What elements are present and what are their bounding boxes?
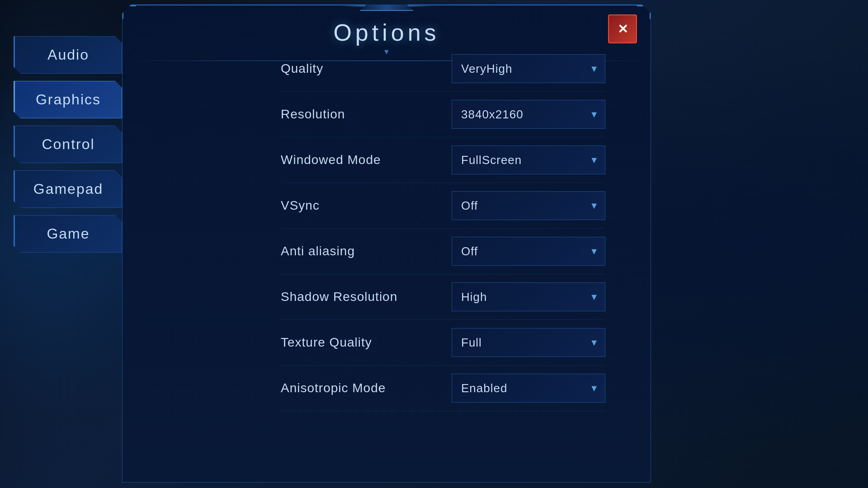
resolution-dropdown: 3840x2160 868x488 2560x1440 ▼ — [452, 100, 605, 129]
anti-aliasing-select[interactable]: Off FXAA TAA MSAA — [452, 237, 605, 266]
quality-select[interactable]: VeryHigh Low Medium High Ultra — [452, 54, 605, 83]
sidebar: Audio Graphics Control Gamepad Game — [14, 36, 131, 260]
anti-aliasing-label: Anti aliasing — [281, 244, 416, 258]
quality-label: Quality — [281, 61, 416, 76]
anisotropic-mode-dropdown: Enabled Disabled ▼ — [452, 374, 605, 403]
setting-row-quality: Quality VeryHigh Low Medium High Ultra ▼ — [281, 46, 605, 92]
close-button[interactable]: ✕ — [608, 14, 637, 43]
texture-quality-select[interactable]: Full Half Ultra — [452, 328, 605, 357]
sidebar-item-gamepad[interactable]: Gamepad — [14, 170, 122, 208]
texture-quality-label: Texture Quality — [281, 335, 416, 350]
windowed-mode-dropdown: FullScreen Windowed Borderless ▼ — [452, 145, 605, 174]
windowed-mode-label: Windowed Mode — [281, 153, 416, 167]
vsync-dropdown: Off On ▼ — [452, 191, 605, 220]
sidebar-item-graphics[interactable]: Graphics — [14, 81, 122, 118]
setting-row-anti-aliasing: Anti aliasing Off FXAA TAA MSAA ▼ — [281, 229, 605, 274]
sidebar-item-audio[interactable]: Audio — [14, 36, 122, 74]
setting-row-anisotropic-mode: Anisotropic Mode Enabled Disabled ▼ — [281, 366, 605, 411]
dialog-title: Options — [123, 19, 651, 46]
setting-row-vsync: VSync Off On ▼ — [281, 183, 605, 229]
sidebar-item-control[interactable]: Control — [14, 126, 122, 163]
setting-row-texture-quality: Texture Quality Full Half Ultra ▼ — [281, 320, 605, 366]
resolution-select[interactable]: 3840x2160 868x488 2560x1440 — [452, 100, 605, 129]
settings-content: Quality VeryHigh Low Medium High Ultra ▼… — [254, 46, 632, 464]
shadow-resolution-select[interactable]: High Low Medium Ultra — [452, 282, 605, 311]
shadow-resolution-dropdown: High Low Medium Ultra ▼ — [452, 282, 605, 311]
windowed-mode-select[interactable]: FullScreen Windowed Borderless — [452, 145, 605, 174]
vsync-label: VSync — [281, 198, 416, 213]
texture-quality-dropdown: Full Half Ultra ▼ — [452, 328, 605, 357]
setting-row-resolution: Resolution 3840x2160 868x488 2560x1440… — [281, 92, 605, 137]
anisotropic-mode-label: Anisotropic Mode — [281, 381, 416, 395]
options-dialog: Options ▼ ✕ Quality VeryHigh Low Medium … — [122, 5, 651, 483]
shadow-resolution-label: Shadow Resolution — [281, 290, 416, 304]
anisotropic-mode-select[interactable]: Enabled Disabled — [452, 374, 605, 403]
anti-aliasing-dropdown: Off FXAA TAA MSAA ▼ — [452, 237, 605, 266]
quality-dropdown: VeryHigh Low Medium High Ultra ▼ — [452, 54, 605, 83]
setting-row-shadow-resolution: Shadow Resolution High Low Medium Ultra … — [281, 274, 605, 320]
vsync-select[interactable]: Off On — [452, 191, 605, 220]
sidebar-item-game[interactable]: Game — [14, 215, 122, 253]
setting-row-windowed-mode: Windowed Mode FullScreen Windowed Border… — [281, 137, 605, 183]
resolution-label: Resolution — [281, 107, 416, 122]
